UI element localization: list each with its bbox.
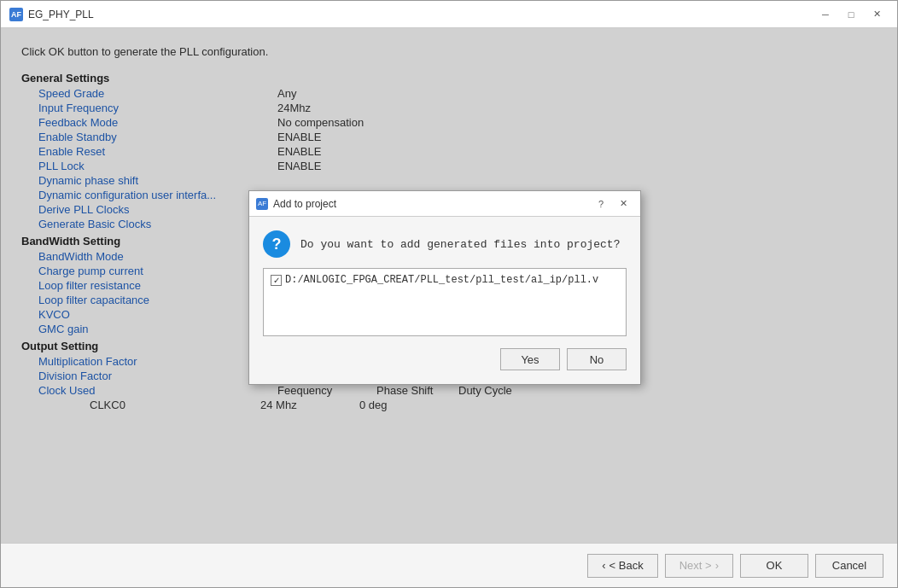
dialog-close-button[interactable]: ✕ xyxy=(613,196,633,212)
ok-button[interactable]: OK xyxy=(740,554,808,578)
next-chevron-icon: › xyxy=(715,559,719,572)
app-icon: AF xyxy=(9,8,23,21)
main-window: AF EG_PHY_PLL ─ □ ✕ Click OK button to g… xyxy=(0,0,898,588)
back-button[interactable]: ‹ < Back xyxy=(587,554,657,578)
file-path: D:/ANLOGIC_FPGA_CREAT/PLL_test/pll_test/… xyxy=(285,274,598,286)
add-to-project-dialog: AF Add to project ? ✕ ? Do you want to a… xyxy=(248,190,641,385)
dialog-buttons: Yes No xyxy=(263,348,627,370)
title-bar: AF EG_PHY_PLL ─ □ ✕ xyxy=(1,1,897,28)
no-button[interactable]: No xyxy=(567,348,627,370)
file-list-box: ✓ D:/ANLOGIC_FPGA_CREAT/PLL_test/pll_tes… xyxy=(263,268,627,336)
dialog-title-bar: AF Add to project ? ✕ xyxy=(249,191,640,217)
cancel-button[interactable]: Cancel xyxy=(815,554,883,578)
minimize-button[interactable]: ─ xyxy=(813,6,837,23)
maximize-button[interactable]: □ xyxy=(839,6,863,23)
dialog-overlay: AF Add to project ? ✕ ? Do you want to a… xyxy=(1,28,897,543)
dialog-title: Add to project xyxy=(273,198,586,210)
file-checkbox[interactable]: ✓ xyxy=(271,275,282,286)
next-button[interactable]: Next > › xyxy=(665,554,733,578)
dialog-controls: ? ✕ xyxy=(591,196,633,212)
window-controls: ─ □ ✕ xyxy=(813,6,889,23)
bottom-toolbar: ‹ < Back Next > › OK Cancel xyxy=(1,543,897,587)
dialog-question-row: ? Do you want to add generated files int… xyxy=(263,230,627,258)
back-label: < Back xyxy=(609,559,644,572)
dialog-body: ? Do you want to add generated files int… xyxy=(249,217,640,384)
content-area: Click OK button to generate the PLL conf… xyxy=(1,28,897,543)
back-chevron-icon: ‹ xyxy=(602,559,605,572)
close-button[interactable]: ✕ xyxy=(865,6,889,23)
dialog-app-icon: AF xyxy=(256,198,268,210)
dialog-question-text: Do you want to add generated files into … xyxy=(300,238,620,251)
checkbox-checkmark: ✓ xyxy=(273,276,280,285)
question-icon: ? xyxy=(263,230,290,258)
dialog-help-button[interactable]: ? xyxy=(591,196,611,212)
next-label: Next > xyxy=(679,559,712,572)
yes-button[interactable]: Yes xyxy=(500,348,560,370)
file-list-item: ✓ D:/ANLOGIC_FPGA_CREAT/PLL_test/pll_tes… xyxy=(267,272,622,288)
window-title: EG_PHY_PLL xyxy=(28,9,808,20)
